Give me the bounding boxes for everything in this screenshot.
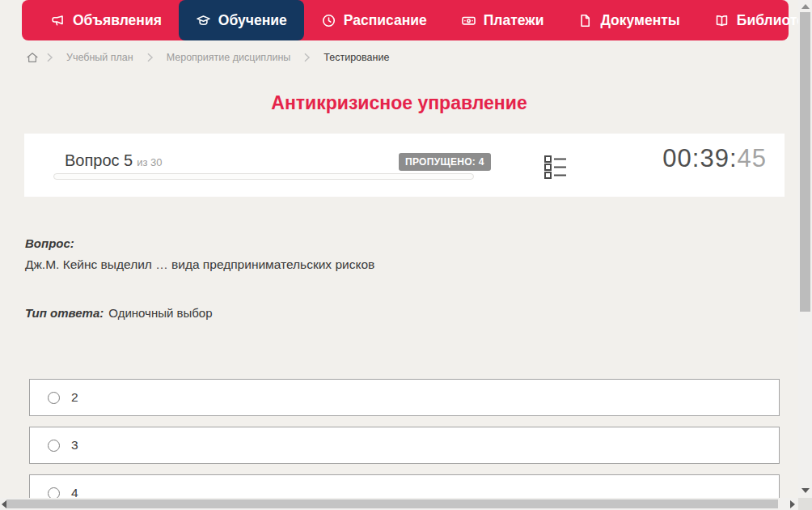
option-label: 2 — [71, 390, 78, 405]
vertical-scrollbar[interactable] — [798, 0, 812, 498]
document-icon — [577, 13, 593, 28]
question-number-label: Вопрос 5 — [65, 151, 133, 169]
nav-label: Объявления — [73, 12, 162, 29]
answer-type-label: Тип ответа: — [25, 306, 104, 320]
breadcrumb-item-discipline-event[interactable]: Мероприятие дисциплины — [161, 52, 297, 63]
question-progress-bar — [53, 173, 474, 180]
home-icon[interactable] — [26, 51, 39, 64]
answer-options: 2 3 4 — [29, 379, 780, 510]
app-viewport: Объявления Обучение Расписание Платежи — [0, 0, 812, 510]
clock-icon — [321, 13, 336, 28]
nav-label: Обучение — [218, 12, 287, 29]
question-total-label: из 30 — [137, 156, 162, 168]
nav-label: Расписание — [344, 12, 427, 29]
main-navbar: Объявления Обучение Расписание Платежи — [22, 0, 789, 40]
skipped-badge: ПРОПУЩЕНО: 4 — [399, 153, 491, 171]
nav-item-schedule[interactable]: Расписание — [304, 0, 444, 40]
nav-item-library[interactable]: Библиотека — [697, 0, 812, 40]
answer-option-row[interactable]: 2 — [29, 379, 780, 416]
nav-item-learning[interactable]: Обучение — [179, 0, 304, 40]
scroll-down-arrow-icon[interactable] — [801, 488, 810, 493]
breadcrumb-chevron-icon — [303, 53, 311, 62]
answer-option-row[interactable]: 3 — [29, 427, 780, 464]
graduation-cap-icon — [196, 13, 211, 28]
book-icon — [714, 13, 730, 28]
question-list-button[interactable] — [542, 152, 571, 181]
nav-item-documents[interactable]: Документы — [560, 0, 696, 40]
option-label: 3 — [71, 438, 78, 453]
nav-item-announcements[interactable]: Объявления — [33, 0, 179, 40]
radio-button[interactable] — [48, 392, 60, 404]
breadcrumb-item-testing: Тестирование — [318, 52, 389, 63]
megaphone-icon — [50, 13, 66, 28]
question-list-icon — [542, 153, 569, 181]
question-label: Вопрос: — [25, 236, 74, 250]
horizontal-scrollbar-thumb[interactable] — [6, 499, 778, 508]
nav-label: Документы — [600, 12, 679, 29]
scroll-up-arrow-icon[interactable] — [801, 4, 810, 9]
breadcrumb-chevron-icon — [146, 53, 154, 62]
page-title: Антикризисное управление — [0, 92, 798, 114]
scroll-right-arrow-icon[interactable] — [790, 500, 795, 508]
answer-type-value: Одиночный выбор — [108, 306, 212, 320]
countdown-timer: 00:39:45 — [662, 144, 767, 173]
breadcrumb: Учебный план Мероприятие дисциплины Тест… — [26, 51, 389, 64]
answer-type-row: Тип ответа:Одиночный выбор — [25, 306, 213, 320]
horizontal-scrollbar[interactable] — [0, 498, 798, 510]
breadcrumb-item-study-plan[interactable]: Учебный план — [61, 52, 139, 63]
vertical-scrollbar-thumb[interactable] — [800, 12, 810, 312]
question-number: Вопрос 5из 30 — [65, 151, 163, 170]
timer-seconds: 45 — [738, 144, 767, 172]
question-header-card: Вопрос 5из 30 ПРОПУЩЕНО: 4 00:39:45 — [24, 134, 785, 197]
scrollbar-corner — [798, 498, 812, 510]
timer-hours-minutes: 00:39: — [662, 144, 737, 172]
banknote-icon — [461, 13, 476, 28]
question-text: Дж.М. Кейнс выделил … вида предпринимате… — [25, 257, 374, 272]
radio-button[interactable] — [48, 440, 60, 452]
nav-label: Платежи — [484, 12, 544, 29]
breadcrumb-chevron-icon — [46, 53, 53, 62]
nav-item-payments[interactable]: Платежи — [444, 0, 561, 40]
